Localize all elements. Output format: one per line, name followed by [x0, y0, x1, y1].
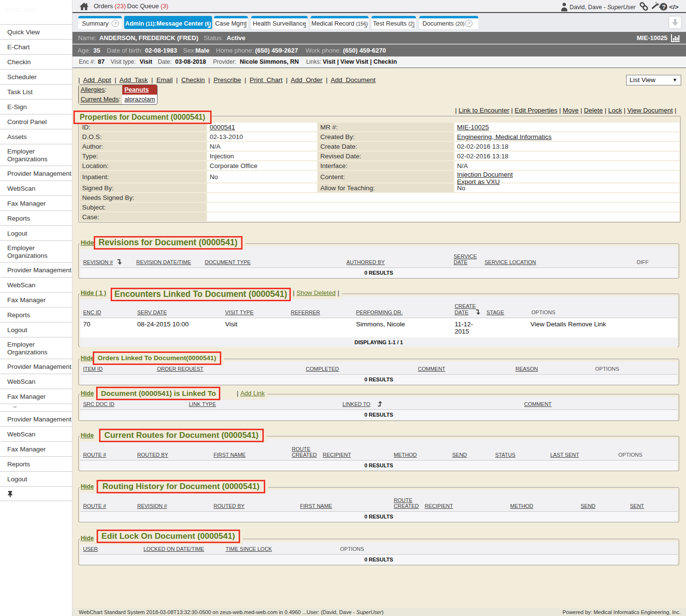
- svg-text:?: ?: [662, 4, 666, 11]
- svg-text:David, Dave - SuperUser: David, Dave - SuperUser: [570, 4, 636, 11]
- svg-text:</>: </>: [669, 3, 679, 11]
